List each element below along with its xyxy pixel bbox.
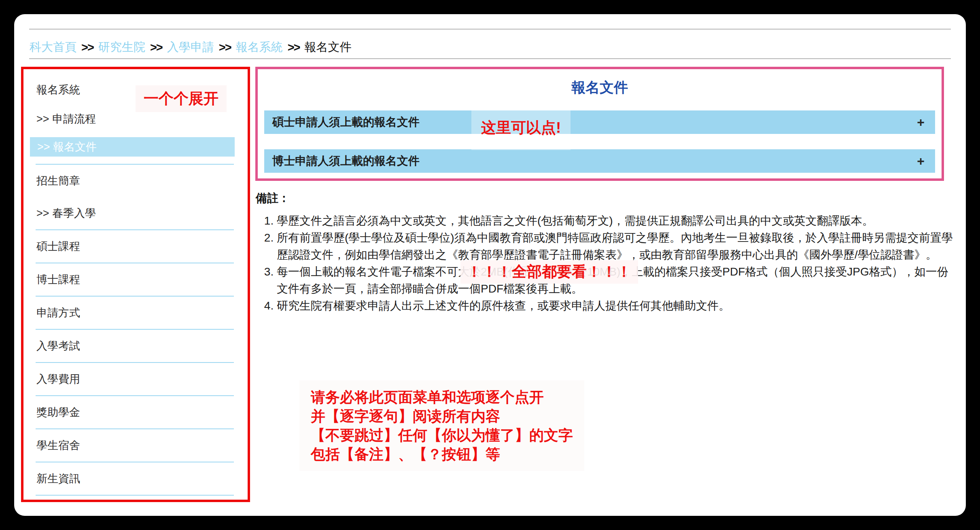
breadcrumb-link-registration-system[interactable]: 報名系統 (236, 39, 283, 55)
sidebar-item-phd-programs[interactable]: 博士課程 (23, 263, 248, 296)
sidebar-menu: 報名系統 >> 申請流程 >> 報名文件 招生簡章 >> 春季入學 碩士課程 博… (21, 67, 250, 502)
sidebar-item-application-method[interactable]: 申請方式 (23, 297, 248, 329)
breadcrumb-separator: >> (150, 41, 162, 54)
page-title: 報名文件 (258, 78, 942, 97)
annotation-bottom-line: 请务必将此页面菜单和选项逐个点开 (311, 388, 573, 407)
notes-section: 備註： 學歷文件之語言必須為中文或英文，其他語言之文件(包括葡萄牙文)，需提供正… (256, 191, 956, 314)
sidebar-item-master-programs[interactable]: 碩士課程 (23, 230, 248, 263)
annotation-expand-one-by-one: 一个个展开 (136, 85, 227, 112)
note-item-original-verification: 研究生院有權要求申請人出示上述文件的原件核查，或要求申請人提供任何其他輔助文件。 (277, 297, 956, 314)
breadcrumb-separator: >> (81, 41, 93, 54)
sidebar-item-new-student-info[interactable]: 新生資訊 (23, 462, 248, 495)
accordion-phd-documents[interactable]: 博士申請人須上載的報名文件 + (264, 149, 935, 173)
page: 科大首頁 >> 研究生院 >> 入學申請 >> 報名系統 >> 報名文件 報名系… (14, 14, 966, 516)
sidebar-item-student-dormitory[interactable]: 學生宿舍 (23, 429, 248, 462)
breadcrumb-separator: >> (219, 41, 231, 54)
annotation-bottom-line: 【不要跳过】任何【你以为懂了】的文字 (311, 426, 573, 445)
breadcrumb-bottom-divider (29, 58, 951, 59)
breadcrumb: 科大首頁 >> 研究生院 >> 入學申請 >> 報名系統 >> 報名文件 (30, 37, 352, 58)
annotation-bottom-instructions: 请务必将此页面菜单和选项逐个点开 并【逐字逐句】阅读所有内容 【不要跳过】任何【… (299, 380, 584, 471)
annotation-bottom-line: 并【逐字逐句】阅读所有内容 (311, 407, 573, 426)
annotation-clickable-here: 这里可以点! (471, 110, 571, 150)
sidebar-item-entrance-exam[interactable]: 入學考試 (23, 330, 248, 362)
sidebar-divider (36, 495, 234, 496)
top-divider (29, 29, 951, 30)
expand-plus-icon[interactable]: + (917, 155, 925, 167)
sidebar-item-scholarships[interactable]: 獎助學金 (23, 396, 248, 428)
accordion-phd-documents-label: 博士申請人須上載的報名文件 (272, 153, 420, 169)
breadcrumb-link-ust-home[interactable]: 科大首頁 (30, 39, 76, 55)
breadcrumb-link-graduate-school[interactable]: 研究生院 (98, 39, 145, 55)
content-panel: 報名文件 碩士申請人須上載的報名文件 + 博士申請人須上載的報名文件 + (255, 67, 944, 181)
sidebar-item-application-documents-active[interactable]: >> 報名文件 (30, 137, 235, 157)
sidebar-item-admission-brochure[interactable]: 招生簡章 (23, 165, 248, 197)
annotation-bottom-line: 包括【备注】、【？按钮】等 (311, 445, 573, 464)
accordion-master-documents[interactable]: 碩士申請人須上載的報名文件 + (264, 110, 935, 134)
expand-plus-icon[interactable]: + (917, 116, 925, 129)
annotation-read-everything: ！！！全部都要看！！！ (460, 260, 638, 284)
accordion-master-documents-label: 碩士申請人須上載的報名文件 (272, 114, 420, 130)
notes-heading: 備註： (256, 191, 956, 206)
note-item-degree-recognition: 所有前置學歷(學士學位及碩士學位)須為中國教育部或澳門特區政府認可之學歷。內地考… (277, 229, 956, 263)
sidebar-item-spring-admission[interactable]: >> 春季入學 (23, 197, 248, 229)
note-item-language: 學歷文件之語言必須為中文或英文，其他語言之文件(包括葡萄牙文)，需提供正規翻譯公… (277, 212, 956, 229)
breadcrumb-separator: >> (288, 41, 300, 54)
breadcrumb-current-application-documents: 報名文件 (305, 39, 352, 55)
sidebar-item-admission-fees[interactable]: 入學費用 (23, 363, 248, 395)
breadcrumb-link-admission-application[interactable]: 入學申請 (167, 39, 214, 55)
